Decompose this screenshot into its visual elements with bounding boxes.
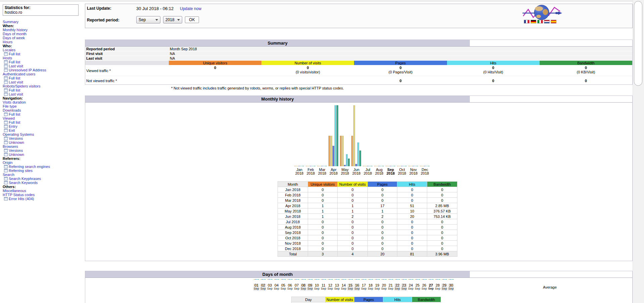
sidebar-item-last-visit[interactable]: Last visit <box>3 64 84 68</box>
sidebar-item-monthly-history[interactable]: Monthly history <box>3 28 84 32</box>
chart-bar-bw <box>405 166 407 166</box>
scrollbar[interactable] <box>633 0 644 303</box>
scrollbar-thumb[interactable] <box>634 1 642 86</box>
summary-metric-header-row: Unique visitorsNumber of visitsPagesHits… <box>85 61 632 65</box>
sidebar-item-downloads[interactable]: Downloads <box>3 108 84 112</box>
chart-bar-hits <box>323 166 325 166</box>
flag-germany-icon[interactable] <box>531 20 536 23</box>
sidebar-item-when: When: <box>3 24 84 28</box>
day-label-14: 14Sep <box>341 284 347 291</box>
update-now-link[interactable]: Update now <box>180 6 201 11</box>
monthly-cell: 0 <box>368 219 397 225</box>
sidebar-item-entry[interactable]: Entry <box>3 124 84 128</box>
sidebar-item-robots-spiders-visitors[interactable]: Robots/Spiders visitors <box>3 84 84 88</box>
flag-netherlands-icon[interactable] <box>544 20 550 23</box>
day-zero-bar <box>305 279 306 280</box>
sidebar-item-versions[interactable]: Versions <box>3 148 84 153</box>
sidebar-item-visits-duration[interactable]: Visits duration <box>3 100 84 104</box>
sidebar-item-full-list[interactable]: Full list <box>3 120 84 124</box>
flag-spain-icon[interactable] <box>551 20 556 23</box>
sidebar-item-referring-sites[interactable]: Referring sites <box>3 169 84 173</box>
flag-italy-icon[interactable] <box>537 20 543 23</box>
sidebar-item-search[interactable]: Search <box>3 173 84 177</box>
sidebar-item-summary[interactable]: Summary <box>3 20 84 24</box>
sidebar-item-label: Unresolved IP Address <box>9 68 46 72</box>
chart-bar-bw <box>394 166 395 166</box>
sidebar-item-full-list[interactable]: Full list <box>3 60 84 64</box>
sidebar-item-versions[interactable]: Versions <box>3 136 84 140</box>
sidebar-item-exit[interactable]: Exit <box>3 128 84 132</box>
sidebar-item-last-visit[interactable]: Last visit <box>3 92 84 96</box>
day-label-27: 27Sep <box>428 284 434 291</box>
day-month: Sep <box>287 287 293 290</box>
list-bullet-icon <box>4 64 8 68</box>
sidebar-item-file-type[interactable]: File type <box>3 104 84 108</box>
monthly-total-cell: 4 <box>338 251 368 257</box>
day-zero-bar <box>392 279 393 280</box>
sidebar-item-locales[interactable]: Locales <box>3 48 84 52</box>
day-zero-bar <box>372 279 373 280</box>
sidebar-item-full-list[interactable]: Full list <box>3 76 84 80</box>
sidebar-item-search-keywords[interactable]: Search Keywords <box>3 181 84 185</box>
sidebar-item-unresolved-ip-address[interactable]: Unresolved IP Address <box>3 68 84 72</box>
day-month: Sep <box>280 287 286 290</box>
sidebar-item-last-visit[interactable]: Last visit <box>3 80 84 84</box>
sidebar-item-full-list[interactable]: Full list <box>3 52 84 56</box>
monthly-cell: 0 <box>368 235 397 241</box>
year-select[interactable]: 2018 <box>163 16 182 23</box>
chart-bar-visits <box>365 166 366 166</box>
chart-bar-bw <box>314 166 315 166</box>
chart-bar-hits <box>300 166 302 166</box>
sidebar-item-unknown[interactable]: Unknown <box>3 153 84 157</box>
summary-footnote: * Not viewed traffic includes traffic ge… <box>171 86 344 90</box>
monthly-cell: 0 <box>308 187 338 192</box>
monthly-cell: 0 <box>397 187 427 192</box>
monthly-table-row: Mar 201800000 <box>278 198 457 203</box>
day-zero-bar <box>405 279 407 280</box>
days-table-header-row: DayNumber of visitsPagesHitsBandwidth <box>292 297 441 302</box>
flag-france-icon[interactable] <box>524 20 530 23</box>
sidebar-item-viewed[interactable]: Viewed <box>3 116 84 120</box>
sidebar-item-days-of-week[interactable]: Days of week <box>3 36 84 40</box>
sidebar-item-referring-search-engines[interactable]: Referring search engines <box>3 165 84 169</box>
sidebar-item-hosts[interactable]: Hosts <box>3 56 84 60</box>
sidebar-item-label: Origin <box>3 161 12 165</box>
month-select[interactable]: Sep <box>136 16 160 23</box>
chart-bar-unique <box>408 166 410 166</box>
sidebar-item-label: Miscellaneous <box>3 189 26 193</box>
viewed-value: 0 <box>448 66 539 70</box>
viewed-traffic-row: Viewed traffic *00(0 visits/visitor)0(0 … <box>85 65 632 76</box>
list-bullet-icon <box>4 149 8 152</box>
awstats-logo <box>523 5 563 28</box>
sidebar-item-search-keyphrases[interactable]: Search Keyphrases <box>3 177 84 181</box>
sidebar-item-authenticated-users[interactable]: Authenticated users <box>3 72 84 76</box>
day-month: Sep <box>374 287 380 290</box>
viewed-ratio: (0 visits/visitor) <box>262 70 353 74</box>
sidebar-item-http-status-codes[interactable]: HTTP Status codes <box>3 193 84 197</box>
ok-button[interactable]: OK <box>185 16 199 23</box>
viewed-traffic-cell: 0(0 visits/visitor) <box>261 65 354 76</box>
list-bullet-icon <box>4 137 8 140</box>
day-label-05: 05Sep <box>280 284 286 291</box>
sidebar-item-days-of-month[interactable]: Days of month <box>3 32 84 36</box>
sidebar-item-hours[interactable]: Hours <box>3 40 84 44</box>
sidebar-item-operating-systems[interactable]: Operating Systems <box>3 132 84 136</box>
chart-bar-unique <box>420 166 422 166</box>
monthly-cell: 0 <box>338 235 368 241</box>
sidebar-item-browsers[interactable]: Browsers <box>3 144 84 148</box>
list-bullet-icon <box>4 93 8 96</box>
list-bullet-icon <box>4 165 8 168</box>
monthly-header-unique-visitors: Unique visitors <box>308 182 338 187</box>
day-month: Sep <box>341 287 347 290</box>
sidebar-item-label: When: <box>3 24 14 28</box>
viewed-ratio: (0 Pages/Visit) <box>355 70 446 74</box>
sidebar-item-unknown[interactable]: Unknown <box>3 140 84 144</box>
monthly-cell: 1 <box>368 208 397 214</box>
sidebar-item-error-hits-404[interactable]: Error Hits (404) <box>3 197 84 201</box>
sidebar-item-full-list[interactable]: Full list <box>3 88 84 92</box>
sidebar-item-full-list[interactable]: Full list <box>3 112 84 116</box>
reported-period-label: Reported period: <box>87 18 119 22</box>
sidebar-item-origin[interactable]: Origin <box>3 161 84 165</box>
sidebar-item-miscellaneous[interactable]: Miscellaneous <box>3 189 84 193</box>
summary-title-row: Summary <box>85 40 632 47</box>
